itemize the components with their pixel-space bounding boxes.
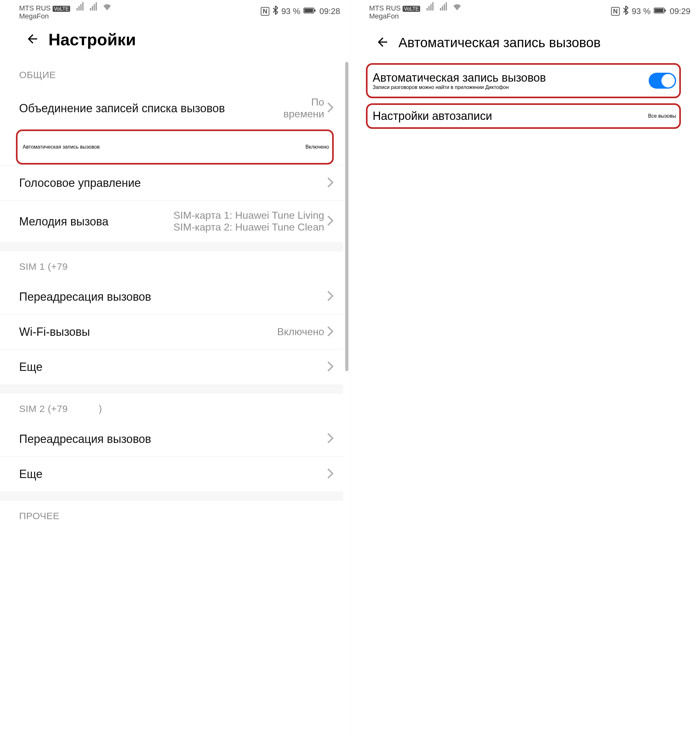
svg-rect-5: [665, 10, 666, 12]
row-label: Настройки автозаписи: [373, 109, 648, 123]
back-button[interactable]: [25, 32, 40, 47]
page-title: Автоматическая запись вызовов: [399, 35, 600, 50]
nfc-icon: N: [611, 7, 619, 16]
volte-badge: VoLTE: [403, 6, 420, 12]
row-sim1-wifi-calling[interactable]: Wi-Fi-вызовы Включено: [0, 314, 343, 349]
page-title: Настройки: [49, 30, 136, 49]
carrier-sub: MegaFon: [19, 12, 112, 20]
back-button[interactable]: [375, 35, 390, 50]
chevron-right-icon: [327, 468, 334, 481]
wifi-icon: [103, 4, 112, 12]
row-label: Мелодия вызова: [19, 214, 174, 229]
row-label: Переадресация вызовов: [19, 432, 324, 446]
row-auto-recording-toggle[interactable]: Автоматическая запись вызовов Записи раз…: [366, 63, 681, 98]
section-header-sim1: SIM 1 (+79 ): [0, 252, 343, 279]
chevron-right-icon: [327, 433, 334, 445]
row-label: Автоматическая запись вызовов: [23, 144, 305, 150]
row-label: Голосовое управление: [19, 176, 324, 190]
carrier-name: MTS RUS: [19, 4, 51, 12]
toggle-title: Автоматическая запись вызовов: [373, 71, 649, 84]
status-bar: MTS RUS VoLTE MegaFon N 93 % 09:28: [0, 0, 350, 22]
row-label: Переадресация вызовов: [19, 290, 324, 304]
clock: 09:29: [670, 6, 690, 16]
status-bar: MTS RUS VoLTE MegaFon N 93 % 09:29: [350, 0, 700, 22]
row-sim1-more[interactable]: Еще: [0, 349, 343, 384]
signal-icon-2: [440, 2, 447, 10]
row-value-line2: времени: [283, 108, 324, 120]
bluetooth-icon: [623, 6, 629, 17]
row-sim2-more[interactable]: Еще: [0, 456, 343, 492]
carrier-sub: MegaFon: [369, 12, 462, 20]
row-merge-call-logs[interactable]: Объединение записей списка вызовов По вр…: [0, 87, 343, 129]
nfc-icon: N: [261, 7, 269, 16]
row-value: Включено: [277, 326, 324, 338]
chevron-right-icon: [327, 290, 334, 303]
bluetooth-icon: [272, 6, 278, 17]
scrollbar[interactable]: [345, 62, 349, 371]
chevron-right-icon: [327, 361, 334, 374]
row-value-sim1: SIM-карта 1: Huawei Tune Living: [174, 209, 324, 221]
row-value: Включено: [305, 144, 329, 150]
row-value-line1: По: [311, 96, 324, 108]
header: Настройки: [0, 22, 350, 60]
settings-scroll-area[interactable]: ОБЩИЕ Объединение записей списка вызовов…: [0, 60, 350, 528]
chevron-right-icon: [327, 102, 334, 115]
volte-badge: VoLTE: [53, 6, 70, 12]
section-header-general: ОБЩИЕ: [0, 60, 343, 87]
svg-rect-4: [655, 9, 663, 12]
row-label: Wi-Fi-вызовы: [19, 325, 277, 339]
section-header-sim2: SIM 2 (+79 ): [0, 394, 343, 421]
toggle-desc: Записи разговоров можно найти в приложен…: [373, 84, 649, 90]
row-label: Еще: [19, 360, 324, 374]
battery-pct: 93 %: [281, 6, 300, 16]
phone-screen-settings: MTS RUS VoLTE MegaFon N 93 % 09:28: [0, 0, 350, 736]
row-value-sim2: SIM-карта 2: Huawei Tune Clean: [174, 221, 324, 233]
row-sim2-call-forwarding[interactable]: Переадресация вызовов: [0, 421, 343, 456]
row-label: Еще: [19, 467, 324, 481]
chevron-right-icon: [327, 325, 334, 339]
signal-icon-1: [76, 2, 84, 10]
header: Автоматическая запись вызовов: [350, 22, 700, 63]
row-autorecord-settings[interactable]: Настройки автозаписи Все вызовы: [366, 103, 681, 129]
row-sim1-call-forwarding[interactable]: Переадресация вызовов: [0, 279, 343, 314]
chevron-right-icon: [327, 177, 334, 190]
carrier-name: MTS RUS: [369, 4, 401, 12]
clock: 09:28: [319, 6, 340, 16]
chevron-right-icon: [327, 215, 334, 228]
svg-rect-2: [314, 10, 316, 12]
phone-screen-auto-recording: MTS RUS VoLTE MegaFon N 93 % 09:29: [350, 0, 700, 736]
section-header-other: ПРОЧЕЕ: [0, 501, 343, 528]
battery-pct: 93 %: [632, 6, 651, 16]
row-voice-control[interactable]: Голосовое управление: [0, 165, 343, 200]
row-ringtone[interactable]: Мелодия вызова SIM-карта 1: Huawei Tune …: [0, 200, 343, 242]
toggle-switch[interactable]: [649, 73, 676, 89]
battery-icon: [654, 6, 666, 16]
signal-icon-2: [90, 2, 97, 10]
wifi-icon: [453, 4, 462, 12]
row-value: Все вызовы: [648, 113, 676, 119]
svg-rect-1: [304, 9, 313, 12]
signal-icon-1: [426, 2, 434, 10]
row-label: Объединение записей списка вызовов: [19, 101, 283, 115]
row-auto-call-recording[interactable]: Автоматическая запись вызовов Включено: [16, 130, 334, 165]
battery-icon: [303, 6, 316, 16]
